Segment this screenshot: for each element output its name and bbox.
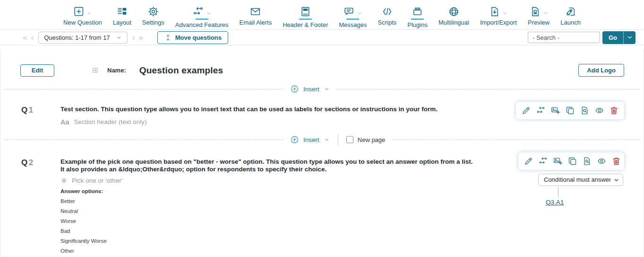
email-alerts-icon xyxy=(249,6,261,18)
go-dropdown-button[interactable] xyxy=(624,31,635,44)
toolbar-item-label: Layout xyxy=(113,19,131,26)
expand-icon[interactable] xyxy=(92,67,98,73)
condition-select-wrap: Conditional must answer xyxy=(538,174,623,186)
toolbar-item-layout[interactable]: Layout xyxy=(113,5,131,26)
add-logo-button[interactable]: Add Logo xyxy=(578,64,624,77)
edit-question-button[interactable] xyxy=(521,106,531,115)
image-add-icon xyxy=(553,156,563,166)
chevron-down-icon xyxy=(502,10,508,16)
toolbar-item-label: Header & Footer xyxy=(283,21,328,28)
import-export-icon xyxy=(489,6,500,18)
chevron-down-icon xyxy=(324,136,330,142)
toolbar-item-advanced-features[interactable]: Advanced Features xyxy=(175,5,229,28)
toolbar-item-label: Plugins xyxy=(407,21,428,28)
active-underline xyxy=(299,18,312,20)
answer-option: Neutral xyxy=(60,208,475,214)
logic-button[interactable] xyxy=(538,156,548,166)
preview-question-button[interactable] xyxy=(580,106,590,115)
toolbar-item-settings[interactable]: Settings xyxy=(142,5,164,26)
copy-question-button[interactable] xyxy=(567,156,577,166)
edit-question-button[interactable] xyxy=(524,156,533,166)
question-number: Q2 xyxy=(21,158,60,254)
add-image-button[interactable] xyxy=(550,106,560,115)
prev-page-icon[interactable]: ‹ xyxy=(29,34,35,42)
logic-button[interactable] xyxy=(536,106,546,115)
visibility-button[interactable] xyxy=(597,156,607,166)
last-page-icon[interactable]: » xyxy=(137,34,145,42)
question-type-row: Pick one or 'other' xyxy=(60,177,475,184)
toolbar-item-import-export[interactable]: Import/Export xyxy=(480,5,517,26)
toolbar-item-multilingual[interactable]: Multilingual xyxy=(438,5,469,26)
question-actions-toolbar xyxy=(518,152,624,170)
toolbar-item-email-alerts[interactable]: Email Alerts xyxy=(240,5,272,26)
divider xyxy=(338,134,338,145)
eye-icon xyxy=(597,156,607,166)
chevron-down-icon xyxy=(116,35,122,41)
trash-icon xyxy=(611,156,621,166)
question-prefix: Q xyxy=(21,158,28,167)
search-input[interactable] xyxy=(528,32,600,43)
move-questions-button[interactable]: Move questions xyxy=(157,31,228,44)
toolbar-item-label: Messages xyxy=(339,21,367,28)
question-index: 2 xyxy=(29,158,34,167)
toolbar-item-label: Advanced Features xyxy=(175,21,229,28)
insert-button[interactable]: Insert xyxy=(290,135,330,144)
toolbar-item-plugins[interactable]: Plugins xyxy=(407,5,428,28)
chevron-down-icon xyxy=(206,10,212,16)
insert-button[interactable]: Insert xyxy=(290,85,330,94)
question-range-label: Questions: 1-17 from 17 xyxy=(44,34,110,41)
scripts-icon xyxy=(381,6,393,18)
logic-flow-icon xyxy=(536,106,546,115)
toolbar-item-new-question[interactable]: New Question xyxy=(63,5,102,26)
image-add-icon xyxy=(550,106,560,115)
pencil-icon xyxy=(524,156,533,166)
layout-icon xyxy=(116,6,128,18)
answer-options-label: Answer options: xyxy=(60,188,475,194)
edit-survey-button[interactable]: Edit xyxy=(20,64,54,77)
toolbar-item-messages[interactable]: Messages xyxy=(339,5,367,28)
first-page-icon[interactable]: « xyxy=(21,34,29,42)
copy-question-button[interactable] xyxy=(565,106,575,115)
new-page-toggle[interactable]: New page xyxy=(346,136,386,143)
preview-icon xyxy=(529,6,541,18)
condition-target-link[interactable]: Q3.A1 xyxy=(546,199,564,206)
toolbar-item-label: Scripts xyxy=(378,19,397,26)
new-question-icon xyxy=(73,6,85,18)
multilingual-icon xyxy=(448,6,460,18)
insert-separator: Insert New page xyxy=(0,133,644,146)
insert-label: Insert xyxy=(303,86,319,93)
question-row-2: Q2 Example of the pick one question base… xyxy=(0,146,644,257)
launch-icon xyxy=(565,6,576,18)
delete-question-button[interactable] xyxy=(611,156,621,166)
plus-circle-icon xyxy=(290,85,299,94)
visibility-button[interactable] xyxy=(594,106,604,115)
survey-header: Edit Name: Question examples Add Logo xyxy=(0,50,644,83)
logic-flow-icon xyxy=(538,156,548,166)
new-page-checkbox[interactable] xyxy=(346,136,353,143)
toolbar-item-scripts[interactable]: Scripts xyxy=(378,5,397,26)
toolbar-item-label: Preview xyxy=(528,19,550,26)
document-search-icon xyxy=(582,156,592,166)
answer-option: Worse xyxy=(60,218,475,224)
answer-option: Significantly Worse xyxy=(60,238,475,244)
toolbar-item-header-footer[interactable]: Header & Footer xyxy=(283,5,328,28)
toolbar-item-launch[interactable]: Launch xyxy=(560,5,581,26)
plugins-icon xyxy=(412,6,423,18)
toolbar-item-label: Multilingual xyxy=(438,19,469,26)
next-page-icon[interactable]: › xyxy=(130,34,137,42)
question-type-row: Aa Section header (text only) xyxy=(60,118,475,126)
header-footer-icon xyxy=(300,6,311,18)
toolbar-item-label: Settings xyxy=(142,19,164,26)
preview-question-button[interactable] xyxy=(582,156,592,166)
add-image-button[interactable] xyxy=(553,156,563,166)
go-button[interactable]: Go xyxy=(602,31,624,44)
trash-icon xyxy=(609,106,619,115)
question-right-panel: Conditional must answer Q3.A1 xyxy=(518,152,624,206)
toolbar-item-preview[interactable]: Preview xyxy=(528,5,550,26)
question-range-dropdown[interactable]: Questions: 1-17 from 17 xyxy=(38,32,127,44)
conditional-answer-select[interactable]: Conditional must answer xyxy=(538,174,623,186)
top-toolbar: New Question Layout Settings Advanced Fe… xyxy=(0,0,644,30)
text-type-icon: Aa xyxy=(60,118,69,126)
delete-question-button[interactable] xyxy=(609,106,619,115)
pencil-icon xyxy=(521,106,531,115)
